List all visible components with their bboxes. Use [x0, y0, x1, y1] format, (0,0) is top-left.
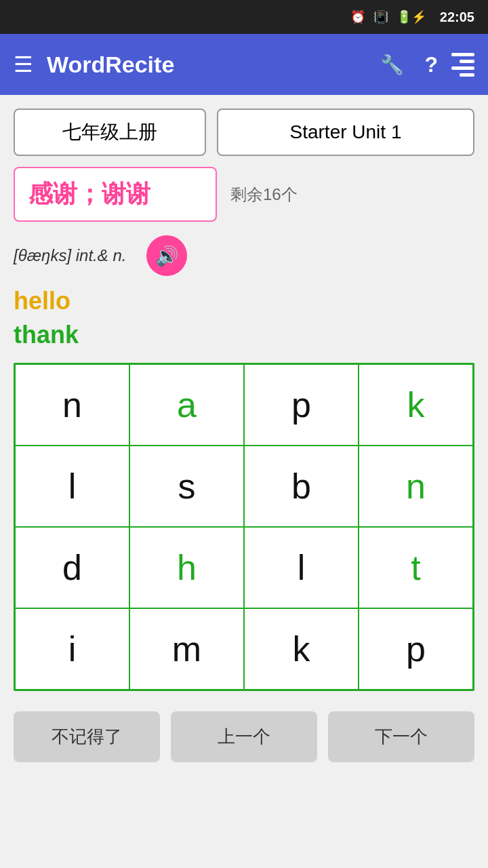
selector-row: 七年级上册 Starter Unit 1	[14, 108, 474, 156]
grid-cell-m[interactable]: m	[129, 608, 244, 690]
main-content: 七年级上册 Starter Unit 1 感谢；谢谢 剩余16个 [θæŋks]…	[0, 95, 488, 691]
letter-grid-container: napklsbndhltimkp	[14, 363, 474, 691]
grid-cell-p[interactable]: p	[359, 608, 473, 690]
word-list: hello thank	[14, 287, 474, 349]
chinese-word: 感谢；谢谢	[14, 167, 217, 222]
navbar: ☰ WordRecite 🔧 ?	[0, 34, 488, 95]
grid-cell-k[interactable]: k	[244, 608, 359, 690]
grid-cell-a[interactable]: a	[129, 364, 244, 446]
word-hello: hello	[14, 287, 474, 315]
status-bar: ⏰ 📳 🔋⚡ 22:05	[0, 0, 488, 34]
phonetic-row: [θæŋks] int.& n. 🔊	[14, 235, 474, 276]
grid-cell-i[interactable]: i	[15, 608, 129, 690]
clock-time: 22:05	[440, 9, 474, 25]
grid-cell-n[interactable]: n	[359, 446, 473, 527]
next-button[interactable]: 下一个	[328, 711, 474, 762]
grid-cell-l[interactable]: l	[15, 446, 129, 527]
grid-cell-b[interactable]: b	[244, 446, 359, 527]
phonetic-text: [θæŋks] int.& n.	[14, 246, 126, 265]
grid-cell-h[interactable]: h	[129, 527, 244, 608]
bottom-bar: 不记得了 上一个 下一个	[0, 698, 488, 776]
grid-cell-d[interactable]: d	[15, 527, 129, 608]
battery-icon: 🔋⚡	[396, 9, 426, 24]
wrench-icon[interactable]: 🔧	[380, 54, 404, 76]
grid-cell-n[interactable]: n	[15, 364, 129, 446]
speaker-button[interactable]: 🔊	[146, 235, 187, 276]
alarm-icon: ⏰	[350, 9, 365, 24]
word-thank: thank	[14, 321, 474, 349]
remaining-count: 剩余16个	[230, 184, 298, 205]
unit-selector[interactable]: Starter Unit 1	[217, 108, 474, 156]
grid-cell-s[interactable]: s	[129, 446, 244, 527]
grid-cell-l[interactable]: l	[244, 527, 359, 608]
letter-grid: napklsbndhltimkp	[15, 364, 473, 690]
grid-cell-k[interactable]: k	[359, 364, 473, 446]
grade-selector[interactable]: 七年级上册	[14, 108, 206, 156]
grid-cell-p[interactable]: p	[244, 364, 359, 446]
prev-button[interactable]: 上一个	[171, 711, 317, 762]
word-row: 感谢；谢谢 剩余16个	[14, 167, 474, 222]
list-view-icon[interactable]	[451, 53, 474, 77]
notification-icon: 📳	[373, 9, 388, 24]
forget-button[interactable]: 不记得了	[14, 711, 160, 762]
help-icon[interactable]: ?	[424, 52, 438, 77]
app-title: WordRecite	[47, 52, 360, 78]
speaker-icon: 🔊	[155, 245, 179, 267]
menu-icon[interactable]: ☰	[14, 52, 33, 77]
grid-cell-t[interactable]: t	[359, 527, 473, 608]
